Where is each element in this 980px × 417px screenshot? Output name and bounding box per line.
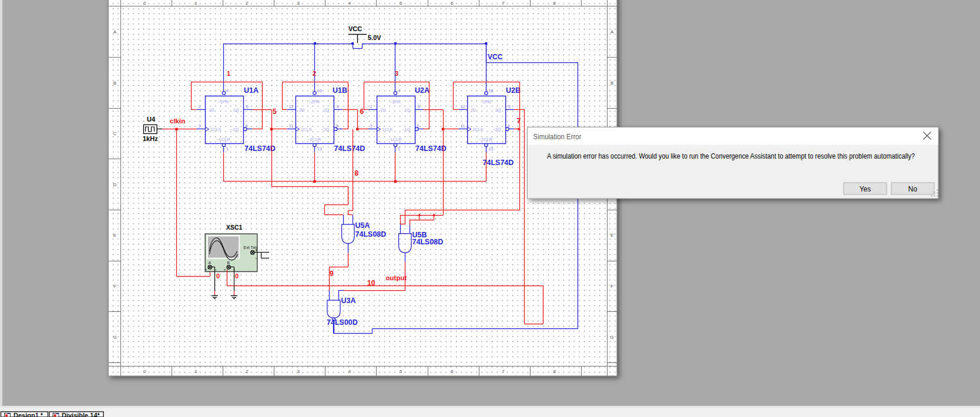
- svg-text:E: E: [113, 233, 116, 238]
- svg-text:0: 0: [216, 273, 220, 280]
- svg-text:C: C: [113, 131, 117, 136]
- svg-text:10: 10: [367, 279, 375, 287]
- svg-text:Divisible 14*: Divisible 14*: [62, 412, 100, 417]
- svg-text:output: output: [386, 274, 407, 281]
- svg-text:8: 8: [553, 369, 556, 374]
- svg-text:8: 8: [355, 169, 359, 177]
- svg-text:0: 0: [143, 1, 146, 6]
- svg-text:1: 1: [194, 1, 197, 6]
- svg-text:2CLK: 2CLK: [301, 127, 312, 132]
- svg-text:A: A: [209, 261, 212, 265]
- svg-text:2: 2: [313, 70, 316, 77]
- svg-text:7: 7: [502, 1, 505, 6]
- svg-text:1Q: 1Q: [405, 107, 411, 113]
- svg-text:3: 3: [395, 70, 398, 77]
- svg-text:2CLK: 2CLK: [472, 127, 484, 132]
- svg-text:1CLK: 1CLK: [382, 127, 393, 132]
- svg-text:~2Q: ~2Q: [492, 127, 501, 132]
- svg-text:3: 3: [297, 369, 300, 374]
- svg-text:Simulation Error: Simulation Error: [533, 133, 582, 141]
- svg-text:F: F: [610, 284, 613, 289]
- svg-text:G: G: [113, 335, 116, 340]
- svg-text:A: A: [113, 29, 117, 35]
- svg-text:7: 7: [517, 117, 521, 125]
- svg-text:2: 2: [199, 104, 201, 109]
- svg-text:1: 1: [226, 146, 229, 152]
- svg-text:clkin: clkin: [170, 117, 185, 125]
- svg-text:2Q: 2Q: [495, 107, 501, 113]
- svg-text:74LS74D: 74LS74D: [244, 144, 276, 153]
- svg-text:3: 3: [297, 1, 300, 6]
- svg-text:12: 12: [461, 104, 465, 109]
- svg-text:13: 13: [317, 146, 322, 152]
- svg-text:74LS08D: 74LS08D: [412, 238, 444, 246]
- svg-text:1CLK: 1CLK: [210, 127, 221, 132]
- svg-text:Design1 *: Design1 *: [14, 412, 43, 417]
- svg-text:1D: 1D: [380, 107, 386, 113]
- svg-text:XSC1: XSC1: [226, 224, 243, 231]
- svg-text:G: G: [610, 335, 614, 340]
- svg-text:U2A: U2A: [415, 86, 429, 95]
- svg-text:4: 4: [348, 1, 351, 6]
- svg-text:74LS74D: 74LS74D: [415, 144, 447, 153]
- svg-text:0: 0: [143, 369, 146, 374]
- svg-text:U5A: U5A: [355, 221, 370, 230]
- svg-text:4: 4: [348, 369, 351, 374]
- svg-text:~2Q: ~2Q: [321, 127, 330, 132]
- svg-text:−: −: [256, 256, 259, 261]
- svg-text:6: 6: [417, 123, 419, 129]
- svg-text:3: 3: [199, 123, 201, 129]
- svg-text:B: B: [227, 261, 230, 265]
- svg-text:10: 10: [488, 88, 493, 93]
- svg-text:~2PR: ~2PR: [480, 99, 492, 105]
- svg-text:~1Q: ~1Q: [230, 127, 239, 132]
- svg-text:2: 2: [246, 1, 249, 6]
- svg-text:+: +: [256, 248, 258, 253]
- svg-text:1: 1: [227, 70, 230, 77]
- svg-text:8: 8: [508, 123, 510, 129]
- svg-text:No: No: [908, 185, 918, 193]
- svg-text:Yes: Yes: [860, 185, 871, 193]
- svg-text:~2CLR: ~2CLR: [307, 137, 321, 142]
- svg-text:8: 8: [553, 1, 556, 6]
- svg-text:~1Q: ~1Q: [402, 127, 411, 132]
- svg-text:~1CLR: ~1CLR: [388, 137, 402, 142]
- svg-text:A simulation error has occurre: A simulation error has occurred. Would y…: [547, 152, 915, 160]
- svg-text:U1B: U1B: [333, 86, 347, 95]
- svg-text:2D: 2D: [299, 107, 305, 113]
- svg-text:4: 4: [398, 88, 400, 93]
- svg-text:U1A: U1A: [244, 86, 259, 95]
- svg-text:F: F: [113, 284, 116, 289]
- svg-text:5: 5: [273, 107, 277, 116]
- svg-text:5: 5: [246, 104, 249, 109]
- svg-text:U2B: U2B: [506, 86, 521, 95]
- svg-text:1: 1: [194, 369, 197, 374]
- svg-text:11: 11: [288, 123, 293, 129]
- svg-text:12: 12: [288, 104, 293, 109]
- svg-text:2D: 2D: [471, 107, 476, 113]
- svg-text:1: 1: [398, 146, 400, 152]
- svg-text:74LS08D: 74LS08D: [355, 230, 387, 238]
- svg-text:13: 13: [488, 146, 493, 152]
- svg-text:9: 9: [508, 104, 511, 109]
- svg-text:5: 5: [400, 369, 402, 374]
- svg-text:74LS74D: 74LS74D: [334, 144, 365, 153]
- svg-text:74LS74D: 74LS74D: [483, 159, 514, 167]
- svg-text:9: 9: [336, 104, 338, 109]
- svg-text:U3A: U3A: [341, 297, 356, 305]
- svg-text:2: 2: [246, 369, 249, 374]
- svg-text:+: +: [224, 268, 226, 272]
- svg-text:~1PR: ~1PR: [390, 99, 401, 105]
- svg-text:+: +: [205, 268, 207, 272]
- svg-text:5: 5: [400, 1, 402, 6]
- svg-text:E: E: [610, 233, 613, 238]
- svg-text:VCC: VCC: [348, 25, 362, 32]
- svg-text:4: 4: [226, 88, 229, 93]
- svg-text:0: 0: [235, 273, 239, 280]
- svg-text:U4: U4: [147, 116, 156, 123]
- svg-text:~2PR: ~2PR: [308, 99, 320, 105]
- svg-text:5: 5: [418, 104, 420, 109]
- svg-text:B: B: [610, 80, 613, 86]
- svg-text:9: 9: [330, 270, 334, 278]
- svg-text:~1CLR: ~1CLR: [216, 137, 230, 142]
